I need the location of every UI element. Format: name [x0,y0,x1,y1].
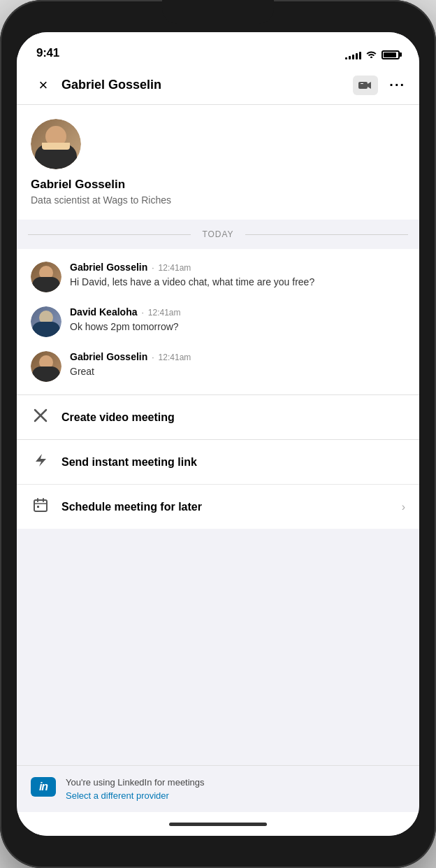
spacer [17,529,419,765]
screen: 9:41 [17,32,419,836]
close-x-icon [31,408,50,427]
nav-title: Gabriel Gosselin [56,78,353,92]
svg-rect-0 [358,82,368,89]
message-item: Gabriel Gosselin · 12:41am Hi David, let… [17,255,419,299]
notch [162,0,274,24]
david-avatar [31,306,61,337]
msg-sender-3: Gabriel Gosselin [70,351,147,362]
change-provider-link[interactable]: Select a different provider [66,790,405,801]
create-video-item[interactable]: Create video meeting [17,395,419,439]
send-instant-item[interactable]: Send instant meeting link [17,440,419,484]
messages-section: Gabriel Gosselin · 12:41am Hi David, let… [17,249,419,394]
home-indicator [17,812,419,836]
msg-sender-1: Gabriel Gosselin [70,262,147,273]
profile-title: Data scientist at Wags to Riches [31,194,405,206]
date-divider: TODAY [17,220,419,249]
home-bar [169,823,267,826]
more-options-button[interactable]: ··· [389,77,405,93]
status-time: 9:41 [36,46,59,60]
svg-rect-1 [361,83,363,84]
svg-rect-8 [37,506,39,508]
close-button[interactable]: × [31,76,56,94]
video-call-button[interactable] [353,76,378,95]
status-icons [345,49,400,60]
status-bar: 9:41 [17,32,419,66]
action-section: Create video meeting Send instant meetin… [17,395,419,529]
msg-time-1: 12:41am [159,263,191,273]
footer-text: You're using LinkedIn for meetings Selec… [66,777,405,801]
linkedin-badge: in [31,777,56,797]
signal-icon [345,50,361,59]
message-item: Gabriel Gosselin · 12:41am Great [17,344,419,389]
date-label: TODAY [202,229,233,239]
send-instant-label: Send instant meeting link [61,456,405,469]
msg-sender-2: David Kealoha [70,306,137,318]
msg-text-2: Ok hows 2pm tomorrow? [70,320,405,334]
gabriel-avatar-2 [31,351,61,382]
gabriel-avatar-1 [31,262,61,292]
message-content-1: Gabriel Gosselin · 12:41am Hi David, let… [70,262,405,290]
create-video-label: Create video meeting [61,411,405,424]
calendar-icon [31,497,50,516]
svg-rect-4 [34,500,47,511]
schedule-meeting-item[interactable]: Schedule meeting for later › [17,484,419,529]
message-item: David Kealoha · 12:41am Ok hows 2pm tomo… [17,299,419,344]
provider-text: You're using LinkedIn for meetings [66,777,405,788]
message-content-2: David Kealoha · 12:41am Ok hows 2pm tomo… [70,306,405,334]
msg-time-3: 12:41am [159,353,191,362]
msg-text-3: Great [70,365,405,379]
wifi-icon [365,49,377,60]
chevron-right-icon: › [402,501,405,513]
linkedin-icon: in [39,781,48,793]
bottom-section: in You're using LinkedIn for meetings Se… [17,765,419,812]
schedule-meeting-label: Schedule meeting for later [61,501,391,513]
msg-text-1: Hi David, lets have a video chat, what t… [70,276,405,290]
profile-section: Gabriel Gosselin Data scientist at Wags … [17,105,419,220]
video-camera-icon [358,80,372,90]
profile-avatar [31,119,81,169]
lightning-icon [31,453,50,471]
battery-icon [382,50,400,59]
message-content-3: Gabriel Gosselin · 12:41am Great [70,351,405,379]
msg-time-2: 12:41am [148,308,181,318]
nav-bar: × Gabriel Gosselin ··· [17,66,419,105]
nav-actions: ··· [353,76,405,95]
profile-name: Gabriel Gosselin [31,178,405,192]
phone-frame: 9:41 [0,0,436,868]
